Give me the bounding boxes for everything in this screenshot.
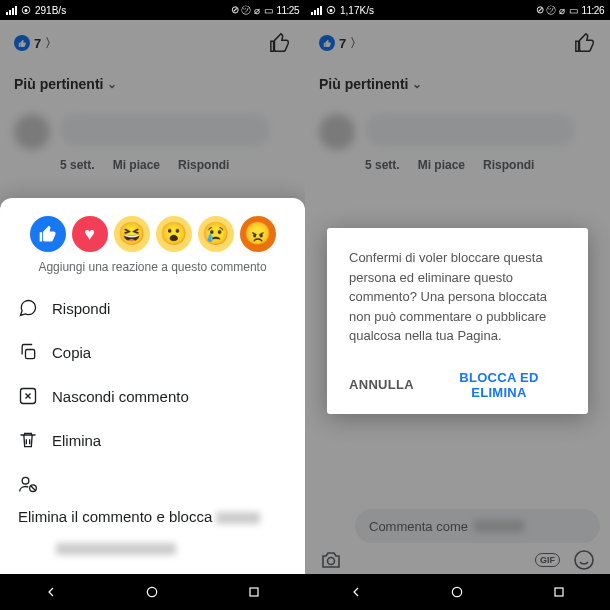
comment-item[interactable]	[319, 114, 596, 150]
svg-point-7	[575, 551, 593, 569]
comment-meta: 5 sett. Mi piace Rispondi	[365, 158, 596, 172]
svg-rect-0	[26, 350, 35, 359]
camera-icon[interactable]	[319, 548, 343, 572]
nav-home-icon[interactable]	[144, 584, 160, 600]
cancel-button[interactable]: ANNULLA	[349, 370, 414, 400]
comment-item[interactable]	[14, 114, 291, 150]
nav-back-icon[interactable]	[348, 584, 364, 600]
wifi-icon: ⦿	[21, 5, 31, 16]
svg-rect-5	[250, 588, 258, 596]
nav-back-icon[interactable]	[43, 584, 59, 600]
nav-recent-icon[interactable]	[246, 584, 262, 600]
reaction-sad[interactable]: 😢	[198, 216, 234, 252]
action-sheet: ♥ 😆 😮 😢 😠 Aggiungi una reazione a questo…	[0, 198, 305, 574]
trash-icon	[18, 430, 38, 450]
nav-bar	[0, 574, 305, 610]
svg-rect-9	[555, 588, 563, 596]
comment-input-bar: Commenta come GIF	[305, 506, 610, 574]
action-hide[interactable]: Nascondi commento	[0, 374, 305, 418]
svg-point-4	[148, 587, 157, 596]
alarm-icon: ⊘ ㋡	[536, 3, 555, 17]
chat-icon	[18, 298, 38, 318]
action-copy[interactable]: Copia	[0, 330, 305, 374]
avatar	[14, 114, 50, 150]
like-link[interactable]: Mi piace	[113, 158, 160, 172]
sort-selector[interactable]: Più pertinenti ⌄	[14, 76, 291, 92]
like-icon	[14, 35, 30, 51]
svg-point-6	[328, 558, 335, 565]
chevron-right-icon: 〉	[45, 35, 57, 52]
nav-bar	[305, 574, 610, 610]
like-icon	[319, 35, 335, 51]
nav-home-icon[interactable]	[449, 584, 465, 600]
x-box-icon	[18, 386, 38, 406]
person-block-icon	[18, 474, 38, 494]
wifi-icon: ⦿	[326, 5, 336, 16]
action-reply[interactable]: Rispondi	[0, 286, 305, 330]
alarm-icon: ⊘ ㋡	[231, 3, 250, 17]
like-count[interactable]: 7 〉	[14, 35, 57, 52]
svg-point-2	[22, 477, 29, 484]
silent-icon: ⌀	[254, 5, 260, 16]
reaction-angry[interactable]: 😠	[240, 216, 276, 252]
confirm-button[interactable]: BLOCCA ED ELIMINA	[432, 370, 566, 400]
action-block[interactable]: Elimina il commento e blocca	[0, 462, 305, 568]
reaction-wow[interactable]: 😮	[156, 216, 192, 252]
emoji-icon[interactable]	[572, 548, 596, 572]
reply-link[interactable]: Rispondi	[178, 158, 229, 172]
gif-button[interactable]: GIF	[535, 553, 560, 567]
comment-meta: 5 sett. Mi piace Rispondi	[60, 158, 291, 172]
signal-icon	[6, 6, 17, 15]
status-bar: ⦿ 291B/s ⊘ ㋡ ⌀ ▭ 11:25	[0, 0, 305, 20]
net-speed: 1,17K/s	[340, 5, 374, 16]
silent-icon: ⌀	[559, 5, 565, 16]
like-count[interactable]: 7 〉	[319, 35, 362, 52]
confirm-dialog: Confermi di voler bloccare questa person…	[327, 228, 588, 414]
reaction-like[interactable]	[30, 216, 66, 252]
battery-icon: ▭	[569, 5, 578, 16]
sort-selector[interactable]: Più pertinenti ⌄	[319, 76, 596, 92]
avatar	[319, 114, 355, 150]
phone-left: ⦿ 291B/s ⊘ ㋡ ⌀ ▭ 11:25 7 〉 Più pertinent…	[0, 0, 305, 610]
battery-icon: ▭	[264, 5, 273, 16]
clock: 11:26	[581, 5, 604, 16]
chevron-down-icon: ⌄	[107, 77, 117, 91]
comment-input[interactable]: Commenta come	[355, 509, 600, 543]
nav-recent-icon[interactable]	[551, 584, 567, 600]
action-delete[interactable]: Elimina	[0, 418, 305, 462]
like-button[interactable]	[574, 32, 596, 54]
reply-link[interactable]: Rispondi	[483, 158, 534, 172]
svg-point-8	[453, 587, 462, 596]
reaction-hint: Aggiungi una reazione a questo commento	[0, 260, 305, 274]
copy-icon	[18, 342, 38, 362]
clock: 11:25	[276, 5, 299, 16]
comment-bubble	[60, 114, 270, 146]
status-bar: ⦿ 1,17K/s ⊘ ㋡ ⌀ ▭ 11:26	[305, 0, 610, 20]
reaction-haha[interactable]: 😆	[114, 216, 150, 252]
reaction-love[interactable]: ♥	[72, 216, 108, 252]
signal-icon	[311, 6, 322, 15]
net-speed: 291B/s	[35, 5, 66, 16]
phone-right: ⦿ 1,17K/s ⊘ ㋡ ⌀ ▭ 11:26 7 〉 Più pertinen…	[305, 0, 610, 610]
reaction-picker: ♥ 😆 😮 😢 😠	[0, 212, 305, 260]
chevron-right-icon: 〉	[350, 35, 362, 52]
dialog-message: Confermi di voler bloccare questa person…	[349, 248, 566, 346]
like-link[interactable]: Mi piace	[418, 158, 465, 172]
like-button[interactable]	[269, 32, 291, 54]
comment-bubble	[365, 114, 575, 146]
chevron-down-icon: ⌄	[412, 77, 422, 91]
